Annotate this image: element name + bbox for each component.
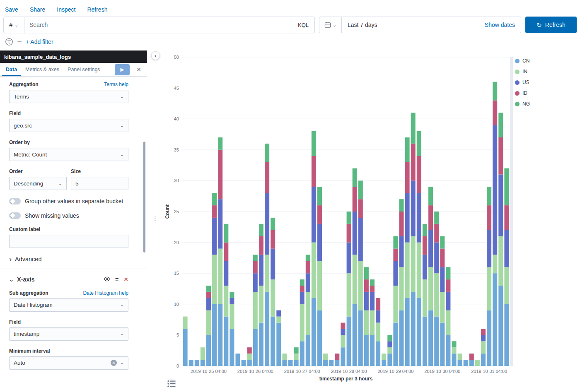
switch-knob-icon	[10, 213, 15, 218]
group-other-values-label: Group other values in separate bucket	[25, 197, 123, 205]
collapse-sidebar-button[interactable]: ‹	[151, 51, 160, 60]
x-axis-title: X-axis	[17, 276, 35, 283]
svg-text:2019-10-27 04:00: 2019-10-27 04:00	[284, 369, 320, 374]
chart-bars[interactable]	[183, 82, 509, 366]
show-missing-values-toggle[interactable]	[9, 212, 21, 219]
chevron-left-icon: ‹	[155, 53, 157, 58]
aggregation-label: Aggregation	[9, 82, 39, 87]
svg-text:45: 45	[174, 86, 179, 91]
legend-toggle-button[interactable]	[167, 379, 176, 388]
svg-text:40: 40	[174, 116, 179, 121]
order-label: Order	[9, 168, 23, 174]
aggregation-select[interactable]: Terms ⌄	[9, 90, 128, 103]
sidebar-scrollbar[interactable]	[143, 142, 145, 253]
time-range-value[interactable]: Last 7 days	[348, 22, 377, 28]
x-axis-field-label: Field	[9, 319, 21, 325]
show-missing-values-label: Show missing values	[25, 212, 79, 220]
y-axis-title: Count	[164, 204, 170, 219]
apply-changes-button[interactable]: ▶	[115, 64, 130, 75]
legend-item[interactable]: IN	[515, 69, 530, 75]
svg-text:50: 50	[174, 55, 179, 60]
top-chrome: Save Share Inspect Refresh # ⌄ KQL	[0, 0, 580, 51]
resize-handle[interactable]: ⋮	[152, 214, 158, 222]
search-input[interactable]	[24, 17, 292, 33]
menu-refresh-link[interactable]: Refresh	[87, 6, 107, 13]
query-bar: # ⌄ KQL ⌄ Last 7 days Show date	[3, 17, 577, 33]
query-input-group: # ⌄ KQL	[3, 17, 315, 33]
chevron-down-icon: ⌄	[333, 23, 336, 27]
switch-knob-icon	[10, 199, 15, 204]
chevron-right-icon: ›	[9, 255, 12, 263]
menu-save-link[interactable]: Save	[5, 6, 18, 13]
metrics-form: Aggregation Terms help Terms ⌄ Field geo…	[0, 77, 147, 370]
menu-inspect-link[interactable]: Inspect	[57, 6, 75, 13]
minimum-interval-label: Minimum interval	[9, 348, 50, 354]
legend-item[interactable]: US	[515, 79, 530, 85]
svg-text:2019-10-26 04:00: 2019-10-26 04:00	[237, 369, 273, 374]
x-axis-ticks: 2019-10-25 04:002019-10-26 04:002019-10-…	[191, 369, 507, 374]
eye-icon[interactable]	[104, 276, 110, 284]
group-other-values-toggle[interactable]	[9, 198, 21, 204]
filter-options-icon[interactable]	[17, 41, 22, 42]
legend-item[interactable]: ID	[515, 90, 530, 96]
minimum-interval-select[interactable]: Auto ✕ ⌄	[9, 356, 128, 370]
order-select[interactable]: Descending ⌄	[9, 177, 67, 190]
sub-aggregation-label: Sub aggregation	[9, 290, 48, 296]
list-icon	[167, 379, 176, 388]
legend-swatch-icon	[515, 59, 520, 63]
clear-icon[interactable]: ✕	[111, 360, 117, 366]
calendar-button[interactable]: ⌄	[319, 17, 342, 33]
size-input-wrap	[71, 177, 128, 190]
app-menu: Save Share Inspect Refresh	[3, 4, 577, 15]
advanced-accordion[interactable]: › Advanced	[9, 255, 128, 263]
chevron-down-icon: ⌄	[15, 23, 18, 27]
add-filter-link[interactable]: + Add filter	[26, 38, 53, 45]
svg-text:20: 20	[174, 240, 179, 245]
tab-panel-settings[interactable]: Panel settings	[63, 64, 104, 76]
legend-item[interactable]: NG	[515, 101, 530, 107]
legend-swatch-icon	[515, 80, 520, 85]
discard-changes-button[interactable]: ✕	[134, 65, 144, 75]
grip-icon[interactable]: =	[115, 277, 118, 282]
custom-label-input[interactable]	[14, 238, 124, 244]
sidebar-resize-column: ‹ ⋮	[147, 51, 164, 392]
chevron-down-icon[interactable]: ⌄	[9, 277, 14, 283]
index-pattern-header: kibana_sample_data_logs	[0, 51, 147, 63]
svg-text:2019-10-29 04:00: 2019-10-29 04:00	[377, 369, 413, 374]
legend-swatch-icon	[515, 91, 520, 96]
editor-tabs: Data Metrics & axes Panel settings ▶ ✕	[0, 63, 147, 77]
kql-button[interactable]: KQL	[292, 17, 314, 33]
tab-metrics-axes[interactable]: Metrics & axes	[21, 64, 63, 76]
svg-text:10: 10	[174, 302, 179, 307]
terms-help-link[interactable]: Terms help	[104, 82, 128, 87]
show-dates-link[interactable]: Show dates	[485, 22, 515, 28]
kibana-visualize-app: Save Share Inspect Refresh # ⌄ KQL	[0, 0, 580, 392]
play-icon: ▶	[120, 67, 124, 72]
legend-item[interactable]: CN	[515, 58, 530, 64]
menu-share-link[interactable]: Share	[30, 6, 45, 13]
saved-query-menu-button[interactable]: # ⌄	[4, 17, 24, 33]
filter-bar: + Add filter	[3, 35, 577, 49]
custom-label-label: Custom label	[9, 226, 40, 232]
tab-data[interactable]: Data	[2, 64, 21, 76]
size-input[interactable]	[75, 180, 124, 187]
section-divider	[0, 269, 147, 269]
field-select[interactable]: geo.src ⌄	[9, 119, 128, 132]
order-by-select[interactable]: Metric: Count ⌄	[9, 148, 128, 161]
x-axis-section-header: ⌄ X-axis = ✕	[9, 276, 128, 284]
time-picker: ⌄ Last 7 days Show dates	[319, 17, 521, 33]
vis-editor-sidebar: kibana_sample_data_logs Data Metrics & a…	[0, 51, 147, 392]
timestamp-field-select[interactable]: timestamp ⌄	[9, 327, 128, 341]
chevron-down-icon: ⌄	[120, 94, 124, 99]
chevron-down-icon: ⌄	[120, 361, 124, 365]
date-histogram-help-link[interactable]: Date Histogram help	[83, 290, 128, 296]
filter-set-icon[interactable]	[5, 38, 13, 46]
svg-text:25: 25	[174, 209, 179, 214]
refresh-button[interactable]: ↻ Refresh	[525, 17, 577, 33]
chart-scrollbar[interactable]	[510, 57, 513, 366]
sub-aggregation-select[interactable]: Date Histogram ⌄	[9, 298, 128, 312]
hash-icon: #	[9, 22, 12, 28]
svg-text:2019-10-25 04:00: 2019-10-25 04:00	[191, 369, 227, 374]
field-label: Field	[9, 111, 21, 116]
remove-axis-icon[interactable]: ✕	[123, 277, 128, 282]
